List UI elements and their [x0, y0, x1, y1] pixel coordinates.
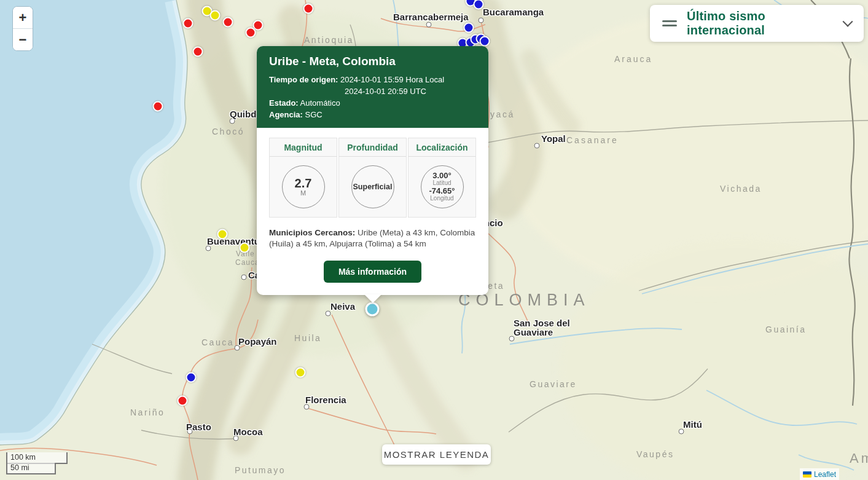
attribution: Leaflet — [800, 468, 839, 480]
city-label: Neiva — [330, 302, 355, 311]
magnitude-unit: M — [300, 189, 306, 197]
department-label: Vichada — [720, 184, 762, 194]
earthquake-marker-yellow[interactable] — [240, 243, 250, 253]
agency-label: Agencia: — [269, 110, 303, 119]
seismic-map-app: COLOMBIAAntioquiaChocóBoyacáCasanareArau… — [0, 0, 868, 480]
earthquake-popup: Uribe - Meta, Colombia Tiempo de origen:… — [257, 46, 488, 295]
depth-header: Profundidad — [339, 138, 406, 157]
depth-circle: Superficial — [351, 165, 394, 208]
zoom-control: + − — [12, 6, 33, 51]
department-label: Casanare — [566, 135, 619, 145]
municipalities-label: Municipios Cercanos: — [269, 228, 355, 237]
popup-tail — [364, 294, 381, 303]
earthquake-marker-red[interactable] — [193, 47, 203, 57]
earthquake-marker-red[interactable] — [153, 101, 163, 112]
department-label: Cauca — [201, 337, 234, 347]
origin-time-row: Tiempo de origen: 2024-10-01 15:59 Hora … — [269, 74, 476, 85]
attribution-link[interactable]: Leaflet — [814, 470, 836, 479]
chevron-down-icon — [843, 17, 853, 27]
earthquake-marker-blue[interactable] — [480, 36, 490, 47]
layer-selector-dropdown[interactable]: Último sismo internacional — [650, 5, 864, 42]
popup-body: Magnitud 2.7 M Profundidad Superficial — [257, 128, 488, 295]
ukraine-flag-icon — [803, 471, 811, 478]
popup-title: Uribe - Meta, Colombia — [269, 55, 476, 68]
popup-header: Uribe - Meta, Colombia Tiempo de origen:… — [257, 46, 488, 128]
location-lat: 3.00° — [432, 171, 452, 179]
status-row: Estado: Automático — [269, 97, 476, 109]
department-label: Antioquia — [304, 35, 354, 45]
origin-time-label: Tiempo de origen: — [269, 75, 338, 84]
city-label: Mocoa — [233, 427, 263, 436]
status-value: Automático — [300, 98, 340, 108]
earthquake-marker-red[interactable] — [246, 28, 256, 38]
city-label: Barrancabermeja — [393, 12, 469, 22]
department-label: Amazonas — [850, 450, 868, 466]
department-label: Chocó — [212, 127, 244, 136]
department-label: Vaupés — [636, 449, 674, 459]
earthquake-marker-yellow[interactable] — [210, 10, 221, 21]
department-label: Huila — [294, 333, 321, 343]
city-label: Pasto — [186, 422, 211, 431]
scale-control: 100 km 50 mi — [6, 452, 68, 474]
agency-value: SGC — [305, 110, 323, 119]
earthquake-marker-red[interactable] — [223, 17, 233, 28]
department-label: Cauca — [235, 258, 260, 267]
city-label: Florencia — [305, 395, 346, 404]
show-legend-button[interactable]: MOSTRAR LEYENDA — [382, 444, 491, 465]
location-header: Localización — [409, 138, 475, 157]
earthquake-marker-red[interactable] — [178, 396, 188, 406]
earthquake-marker-blue[interactable] — [186, 372, 197, 383]
department-label: Putumayo — [235, 465, 286, 475]
magnitude-header: Magnitud — [270, 138, 337, 157]
layer-selector-label: Último sismo internacional — [687, 9, 844, 37]
city-label: Mitú — [683, 420, 702, 429]
earthquake-marker-red[interactable] — [303, 4, 314, 14]
earthquake-marker-blue[interactable] — [464, 23, 474, 33]
earthquake-marker-red[interactable] — [183, 18, 194, 29]
department-label: Guainía — [765, 325, 807, 334]
stats-panel: Magnitud 2.7 M Profundidad Superficial — [269, 138, 476, 218]
earthquake-marker-yellow[interactable] — [295, 368, 306, 378]
city-marker — [241, 275, 247, 280]
menu-icon — [662, 18, 677, 29]
city-marker — [479, 18, 484, 23]
city-label: Popayán — [238, 337, 277, 346]
earthquake-marker-yellow[interactable] — [217, 229, 228, 240]
department-label: Guaviare — [530, 379, 577, 389]
scale-mi: 50 mi — [6, 463, 56, 474]
department-label: Nariño — [130, 407, 165, 417]
origin-time-local: 2024-10-01 15:59 Hora Local — [340, 75, 444, 84]
selected-earthquake-marker[interactable] — [366, 302, 380, 317]
location-lon-label: Longitud — [430, 195, 453, 202]
stat-location: Localización 3.00° Latitud -74.65° Longi… — [408, 138, 476, 218]
zoom-out-button[interactable]: − — [13, 29, 33, 50]
city-marker — [426, 22, 432, 28]
location-lon: -74.65° — [429, 187, 455, 195]
origin-time-utc: 2024-10-01 20:59 UTC — [269, 85, 476, 97]
stat-depth: Profundidad Superficial — [338, 138, 407, 218]
city-label: San Jose del Guaviare — [514, 318, 570, 337]
city-marker — [534, 143, 540, 149]
stat-magnitude: Magnitud 2.7 M — [269, 138, 337, 218]
magnitude-value: 2.7 — [295, 177, 312, 189]
city-label: Bucaramanga — [483, 7, 544, 17]
city-label: Yopal — [541, 134, 566, 143]
depth-value: Superficial — [353, 183, 393, 191]
more-info-button[interactable]: Más información — [324, 261, 421, 283]
nearby-municipalities: Municipios Cercanos: Uribe (Meta) a 43 k… — [269, 227, 476, 250]
magnitude-circle: 2.7 M — [282, 165, 325, 208]
department-label: Arauca — [614, 54, 652, 64]
location-circle: 3.00° Latitud -74.65° Longitud — [421, 165, 464, 208]
zoom-in-button[interactable]: + — [13, 7, 33, 29]
status-label: Estado: — [269, 98, 299, 108]
agency-row: Agencia: SGC — [269, 109, 476, 120]
